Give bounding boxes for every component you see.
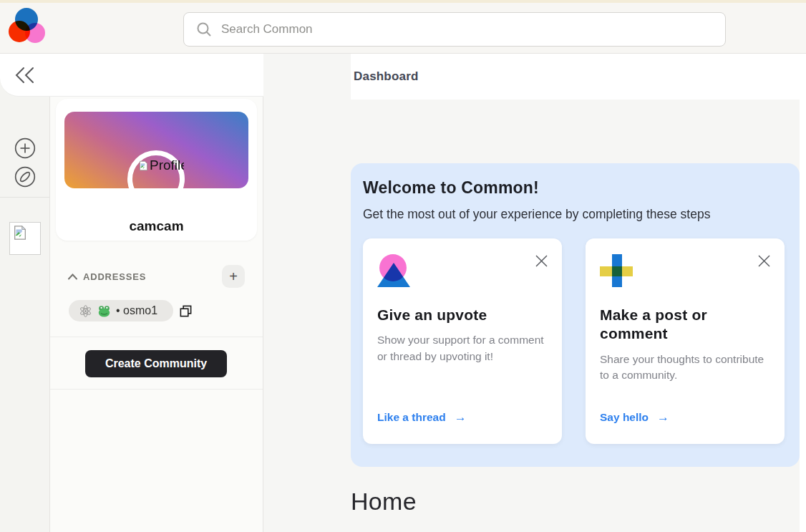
search-bar [183,12,726,47]
card-body: Show your support for a comment or threa… [377,332,548,365]
onboarding-card-post: Make a post or comment Share your though… [586,238,785,444]
sidebar-divider [50,337,263,337]
card-cta-link[interactable]: Like a thread → [377,410,467,425]
sidebar-collapse-button[interactable] [13,63,37,87]
chevron-up-icon[interactable] [67,273,78,281]
arrow-right-icon: → [455,410,467,425]
page-header: Dashboard [351,54,806,100]
username: camcam [56,218,257,234]
create-community-button[interactable]: Create Community [85,350,227,377]
section-title-home: Home [351,488,417,516]
profile-card: Profile camcam [56,99,257,241]
address-pill[interactable]: • osmo1 [69,300,173,321]
card-cta-link[interactable]: Say hello → [600,410,669,425]
broken-image-icon [12,225,38,241]
sidebar-header [0,54,263,97]
rail-divider [0,197,49,198]
plus-circle-icon [14,137,36,159]
rail-user-avatar[interactable] [9,222,41,255]
scrollbar-track[interactable] [800,54,806,532]
explore-button-rail[interactable] [14,166,36,188]
close-icon [535,254,548,268]
avatar-alt-text: Profile [138,156,184,175]
welcome-banner: Welcome to Common! Get the most out of y… [351,163,800,467]
double-chevron-left-icon [14,66,36,84]
copy-address-button[interactable] [179,304,193,318]
arrow-right-icon: → [657,410,669,425]
sidebar-rail [0,54,50,532]
onboarding-card-upvote: Give an upvote Show your support for a c… [363,238,562,444]
welcome-title: Welcome to Common! [363,178,539,198]
breadcrumb: Dashboard [351,69,419,84]
upvote-icon [377,254,412,289]
card-body: Share your thoughts to contribute to a c… [600,352,770,385]
add-address-button[interactable]: + [222,265,245,288]
address-name: • osmo1 [116,304,157,317]
card-title: Make a post or comment [600,306,754,344]
sidebar-divider [50,389,263,390]
card-title: Give an upvote [377,306,531,324]
address-row: • osmo1 [69,300,193,321]
addresses-label: ADDRESSES [83,271,146,282]
post-plus-icon [600,254,634,289]
dismiss-card-button[interactable] [533,253,549,269]
compass-icon [14,166,36,188]
frog-icon [97,305,111,317]
create-button-rail[interactable] [14,137,36,159]
broken-image-icon [138,160,149,171]
search-icon [195,21,213,38]
welcome-subtitle: Get the most out of your experience by c… [363,207,710,222]
atom-icon [79,304,92,318]
logo-pink-circle [25,23,45,43]
avatar-alt-label: Profile [150,158,184,173]
common-logo[interactable] [7,6,50,49]
dismiss-card-button[interactable] [756,253,772,269]
close-icon [757,254,771,268]
search-input[interactable] [221,22,714,37]
